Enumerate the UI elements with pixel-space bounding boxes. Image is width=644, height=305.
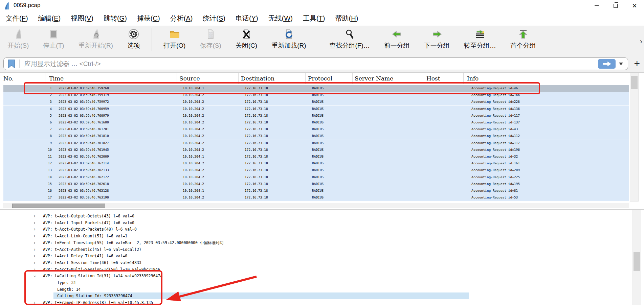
minimize-button[interactable] bbox=[587, 0, 606, 11]
packet-row[interactable]: 172023-03-02 03:59:46.76319010.10.204.21… bbox=[3, 194, 629, 201]
detail-line[interactable]: AVP: t=Framed-IP-Address(8) l=6 val=10.4… bbox=[43, 300, 153, 305]
horizontal-scrollbar[interactable] bbox=[3, 203, 629, 208]
packet-row[interactable]: 52023-03-02 03:59:46.76097910.10.204.217… bbox=[3, 113, 629, 119]
scrollbar-thumb[interactable] bbox=[634, 252, 640, 271]
menu-wireless[interactable]: 无线(W) bbox=[268, 14, 293, 23]
goto-packet-button[interactable]: 转至分组… bbox=[461, 26, 499, 50]
filter-bookmark-icon[interactable] bbox=[8, 60, 15, 68]
column-divider[interactable] bbox=[305, 73, 306, 84]
cell-time: 2023-03-02 03:59:46.761781 bbox=[59, 127, 109, 131]
column-destination[interactable]: Destination bbox=[241, 75, 274, 82]
column-divider[interactable] bbox=[177, 73, 177, 84]
packet-row[interactable]: 12023-03-02 03:59:46.75926010.10.204.117… bbox=[3, 85, 629, 92]
detail-line[interactable]: AVP: t=Acct-Output-Octets(43) l=6 val=0 bbox=[43, 214, 134, 218]
first-packet-button[interactable]: 首个分组 bbox=[508, 26, 539, 50]
column-protocol[interactable]: Protocol bbox=[308, 75, 332, 82]
detail-line[interactable]: Calling-Station-Id: 923339296474 bbox=[57, 294, 132, 298]
toolbar-overflow-chevron-icon[interactable]: › bbox=[640, 37, 642, 46]
previous-packet-button[interactable]: 前一分组 bbox=[381, 26, 413, 50]
cell-no: 2 bbox=[3, 93, 52, 97]
packet-row[interactable]: 72023-03-02 03:59:46.76178110.10.204.217… bbox=[3, 126, 629, 133]
restore-button[interactable] bbox=[606, 0, 625, 11]
menu-capture[interactable]: 捕获(C) bbox=[137, 14, 160, 23]
column-divider[interactable] bbox=[463, 73, 464, 84]
detail-line[interactable]: AVP: t=Event-Timestamp(55) l=6 val=Mar 2… bbox=[43, 240, 223, 245]
packet-row[interactable]: 32023-03-02 03:59:46.75997210.10.204.217… bbox=[3, 99, 629, 105]
packet-row[interactable]: 152023-03-02 03:59:46.76261810.10.204.21… bbox=[3, 181, 629, 188]
column-host[interactable]: Host bbox=[426, 75, 440, 82]
detail-line[interactable]: AVP: t=Calling-Station-Id(31) l=14 val=9… bbox=[43, 274, 162, 278]
menu-analyze[interactable]: 分析(A) bbox=[170, 14, 193, 23]
restore-icon bbox=[614, 4, 618, 8]
filter-dropdown-caret-icon[interactable] bbox=[619, 63, 623, 65]
expand-icon[interactable]: › bbox=[34, 300, 36, 305]
detail-pane-scrollbar[interactable] bbox=[632, 210, 641, 305]
packet-row[interactable]: 142023-03-02 03:59:46.76217210.10.204.21… bbox=[3, 174, 629, 181]
packet-row[interactable]: 132023-03-02 03:59:46.76213310.10.204.21… bbox=[3, 167, 629, 174]
packet-row[interactable]: 62023-03-02 03:59:46.76168010.10.204.217… bbox=[3, 119, 629, 126]
stop-capture-button[interactable]: 停止(T) bbox=[40, 26, 67, 50]
packet-row[interactable]: 82023-03-02 03:59:46.76181010.10.204.217… bbox=[3, 133, 629, 140]
expand-icon[interactable]: › bbox=[34, 253, 36, 259]
close-file-button[interactable]: 关闭(C) bbox=[233, 26, 260, 50]
detail-line[interactable]: AVP: t=Acct-Delay-Time(41) l=6 val=0 bbox=[43, 254, 127, 258]
close-button[interactable]: × bbox=[625, 0, 644, 11]
menu-telephony[interactable]: 电话(Y) bbox=[236, 14, 258, 23]
expand-icon[interactable]: › bbox=[34, 226, 36, 232]
detail-line[interactable]: AVP: t=Acct-Session-Time(46) l=6 val=148… bbox=[43, 260, 141, 265]
column-divider[interactable] bbox=[352, 73, 353, 84]
detail-line[interactable]: Type: 31 bbox=[57, 280, 76, 285]
column-no[interactable]: No. bbox=[3, 75, 14, 82]
packet-row[interactable]: 122023-03-02 03:59:46.76211410.10.204.21… bbox=[3, 160, 629, 167]
packet-row[interactable]: 92023-03-02 03:59:46.76182710.10.204.217… bbox=[3, 140, 629, 147]
expand-icon[interactable]: › bbox=[34, 233, 36, 239]
capture-options-button[interactable]: 选项 bbox=[125, 26, 143, 50]
detail-line[interactable]: AVP: t=Acct-Authentic(45) l=6 val=Local(… bbox=[43, 247, 141, 252]
scrollbar-thumb[interactable] bbox=[12, 204, 105, 208]
column-server-name[interactable]: Server Name bbox=[355, 75, 393, 82]
expand-icon[interactable]: › bbox=[34, 220, 36, 226]
packet-row[interactable]: 102023-03-02 03:59:46.76194510.10.204.21… bbox=[3, 147, 629, 154]
restart-capture-button[interactable]: 重新开始(R) bbox=[76, 26, 116, 50]
expand-icon[interactable]: › bbox=[34, 247, 36, 253]
expand-icon[interactable]: › bbox=[34, 260, 36, 266]
column-divider[interactable] bbox=[45, 73, 45, 84]
packet-row[interactable]: 42023-03-02 03:59:46.76095910.10.204.217… bbox=[3, 106, 629, 113]
column-divider[interactable] bbox=[238, 73, 239, 84]
open-file-button[interactable]: 打开(O) bbox=[161, 26, 188, 50]
column-divider[interactable] bbox=[424, 73, 424, 84]
add-filter-button[interactable]: + bbox=[634, 58, 640, 69]
packet-row[interactable]: 22023-03-02 03:59:46.75931910.10.204.217… bbox=[3, 92, 629, 99]
detail-line[interactable]: AVP: t=Acct-Multi-Session-Id(50) l=10 va… bbox=[43, 267, 160, 272]
packet-row[interactable]: 112023-03-02 03:59:46.76200910.10.204.11… bbox=[3, 154, 629, 160]
menu-file[interactable]: 文件(F) bbox=[6, 14, 28, 23]
scrollbar-thumb[interactable] bbox=[631, 76, 638, 89]
collapse-icon[interactable]: › bbox=[32, 275, 38, 277]
menu-edit[interactable]: 编辑(E) bbox=[38, 14, 61, 23]
display-filter-field[interactable] bbox=[3, 57, 628, 70]
packet-row[interactable]: 162023-03-02 03:59:46.76312810.10.204.11… bbox=[3, 188, 629, 194]
menu-help[interactable]: 帮助(H) bbox=[335, 14, 358, 23]
menu-tools[interactable]: 工具(T) bbox=[303, 14, 325, 23]
column-time[interactable]: Time bbox=[49, 75, 64, 82]
next-packet-button[interactable]: 下一分组 bbox=[421, 26, 452, 50]
start-capture-button[interactable]: 开始(S) bbox=[5, 26, 31, 50]
apply-filter-button[interactable] bbox=[598, 59, 616, 69]
find-packet-button[interactable]: 查找分组(F)… bbox=[327, 26, 373, 50]
packet-list-scrollbar[interactable] bbox=[630, 73, 639, 202]
reload-file-button[interactable]: 重新加载(R) bbox=[269, 26, 309, 50]
detail-line[interactable]: AVP: t=Acct-Output-Packets(48) l=6 val=0 bbox=[43, 227, 137, 232]
menu-go[interactable]: 跳转(G) bbox=[104, 14, 127, 23]
save-file-button[interactable]: 0101 0110 0111 保存(S) bbox=[197, 26, 224, 50]
display-filter-input[interactable] bbox=[24, 60, 598, 68]
menu-statistics[interactable]: 统计(S) bbox=[203, 14, 225, 23]
detail-line[interactable]: AVP: t=Acct-Link-Count(51) l=6 val=1 bbox=[43, 234, 127, 238]
menu-view[interactable]: 视图(V) bbox=[71, 14, 93, 23]
detail-line[interactable]: Length: 14 bbox=[57, 287, 81, 292]
expand-icon[interactable]: › bbox=[34, 213, 36, 219]
expand-icon[interactable]: › bbox=[34, 240, 36, 246]
column-info[interactable]: Info bbox=[467, 75, 479, 82]
column-source[interactable]: Source bbox=[179, 75, 200, 82]
expand-icon[interactable]: › bbox=[34, 266, 36, 273]
detail-line[interactable]: AVP: t=Acct-Input-Packets(47) l=6 val=0 bbox=[43, 220, 134, 225]
